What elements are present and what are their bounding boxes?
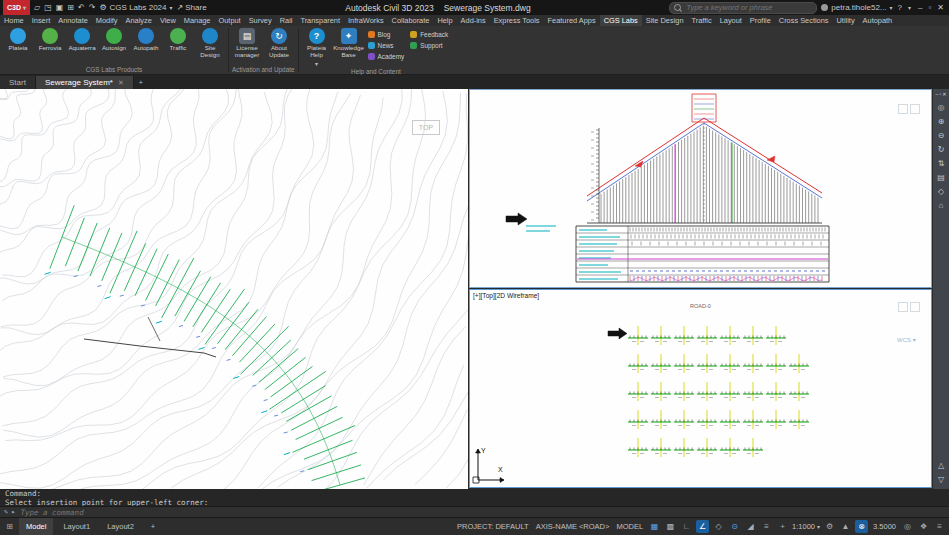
tab-analyze[interactable]: Analyze xyxy=(122,15,156,26)
tab-output[interactable]: Output xyxy=(214,15,244,26)
site-design-button[interactable]: Site Design xyxy=(195,27,225,59)
tab-cgs-labs[interactable]: CGS Labs xyxy=(600,15,642,26)
viewcube-icon[interactable]: ◇ xyxy=(938,185,944,199)
minimize-icon[interactable]: – xyxy=(918,3,922,12)
transparency-icon[interactable]: ⊗ xyxy=(855,520,868,533)
academy-button[interactable]: Academy xyxy=(368,51,405,61)
knowledge-base-button[interactable]: ✦Knowledge Base xyxy=(334,27,364,59)
annotation-visibility-icon[interactable]: ▲ xyxy=(839,520,852,533)
support-button[interactable]: Support xyxy=(410,40,448,50)
aquaterra-button[interactable]: Aquaterra xyxy=(67,27,97,52)
undo-icon[interactable]: ↶ xyxy=(78,3,85,12)
tab-modify[interactable]: Modify xyxy=(92,15,122,26)
app-logo-button[interactable]: C3D▾ xyxy=(3,0,30,15)
wcs-indicator[interactable]: WCS ▾ xyxy=(897,336,916,343)
workspace-gear-icon[interactable]: ⚙ xyxy=(823,520,836,533)
isolate-objects-icon[interactable]: ◎ xyxy=(901,520,914,533)
tab-infraworks[interactable]: InfraWorks xyxy=(344,15,388,26)
share-button[interactable]: ↗ Share xyxy=(177,3,207,12)
tab-rail[interactable]: Rail xyxy=(276,15,297,26)
orbit-icon[interactable]: ↻ xyxy=(938,143,945,157)
file-tab-sewerage-system[interactable]: Sewerage System*✕ xyxy=(36,76,134,89)
scroll-up-icon[interactable]: △ xyxy=(938,459,944,473)
zoom-in-icon[interactable]: ⊕ xyxy=(938,115,945,129)
tab-featured-apps[interactable]: Featured Apps xyxy=(544,15,600,26)
tab-transparent[interactable]: Transparent xyxy=(296,15,344,26)
quick-view-icon[interactable]: ⊞ xyxy=(3,520,16,533)
tab-cross-sections[interactable]: Cross Sections xyxy=(775,15,833,26)
space-status[interactable]: MODEL xyxy=(614,522,645,531)
workspace-selector[interactable]: ⚙ CGS Labs 2024 ▾ xyxy=(99,3,172,12)
grid-icon[interactable]: ▦ xyxy=(648,520,661,533)
open-icon[interactable]: ◳ xyxy=(44,3,52,12)
layout1-tab[interactable]: Layout1 xyxy=(56,518,97,535)
polar-tracking-icon[interactable]: ∠ xyxy=(696,520,709,533)
sheet-set-icon[interactable]: ▤ xyxy=(937,171,945,185)
osnap-icon[interactable]: ⊙ xyxy=(728,520,741,533)
tab-insert[interactable]: Insert xyxy=(28,15,54,26)
viewport-profile[interactable] xyxy=(469,89,932,288)
plateia-button[interactable]: Plateia xyxy=(3,27,33,52)
command-input[interactable] xyxy=(18,507,945,518)
license-manager-button[interactable]: ▤License manager xyxy=(232,27,262,59)
autosign-button[interactable]: Autosign xyxy=(99,27,129,52)
scroll-down-icon[interactable]: ▽ xyxy=(938,473,944,487)
traffic-button[interactable]: Traffic xyxy=(163,27,193,52)
otrack-icon[interactable]: ◢ xyxy=(744,520,757,533)
close-icon[interactable]: ✕ xyxy=(942,91,946,97)
tab-help[interactable]: Help xyxy=(433,15,456,26)
annotation-scale[interactable]: 1:1000▾ xyxy=(792,522,820,531)
tab-survey[interactable]: Survey xyxy=(245,15,276,26)
tab-express-tools[interactable]: Express Tools xyxy=(490,15,544,26)
tab-collaborate[interactable]: Collaborate xyxy=(388,15,434,26)
tab-manage[interactable]: Manage xyxy=(180,15,215,26)
tab-traffic[interactable]: Traffic xyxy=(688,15,716,26)
about-update-button[interactable]: ↻About Update xyxy=(264,27,294,59)
close-icon[interactable]: ✕ xyxy=(937,3,944,12)
minimize-icon[interactable]: – xyxy=(936,91,939,97)
tab-utility[interactable]: Utility xyxy=(833,15,859,26)
axis-name-status[interactable]: AXIS-NAME <ROAD> xyxy=(534,522,612,531)
ferrovia-button[interactable]: Ferrovia xyxy=(35,27,65,52)
tab-home[interactable]: Home xyxy=(0,15,28,26)
home-view-icon[interactable]: ⌂ xyxy=(939,199,944,213)
close-icon[interactable]: ✕ xyxy=(118,79,124,87)
redo-icon[interactable]: ↷ xyxy=(89,3,96,12)
new-drawing-button[interactable]: + xyxy=(134,76,148,89)
project-status[interactable]: PROJECT: DEFAULT xyxy=(455,522,531,531)
tab-annotate[interactable]: Annotate xyxy=(54,15,92,26)
search-input[interactable] xyxy=(684,2,812,13)
tab-profile[interactable]: Profile xyxy=(746,15,775,26)
tab-site-design[interactable]: Site Design xyxy=(642,15,688,26)
customize-icon[interactable]: ✎ xyxy=(4,508,8,516)
viewcube[interactable]: TOP xyxy=(412,120,440,135)
selection-cycling-icon[interactable]: ❖ xyxy=(917,520,930,533)
viewport-controls[interactable]: [+][Top][2D Wireframe] xyxy=(473,292,539,299)
navbar-mini[interactable] xyxy=(910,104,920,114)
ortho-icon[interactable]: ∟ xyxy=(680,520,693,533)
customization-icon[interactable]: ≡ xyxy=(933,520,946,533)
viewport-plan[interactable]: TOP xyxy=(0,89,468,489)
news-button[interactable]: News xyxy=(368,40,405,50)
isodraft-icon[interactable]: ◇ xyxy=(712,520,725,533)
lineweight-icon[interactable]: ≡ xyxy=(760,520,773,533)
tab-layout[interactable]: Layout xyxy=(716,15,746,26)
steering-wheel-icon[interactable]: ◎ xyxy=(938,101,945,115)
autopath-button[interactable]: Autopath xyxy=(131,27,161,52)
zoom-out-icon[interactable]: ⊖ xyxy=(938,129,945,143)
navbar-mini[interactable] xyxy=(910,302,920,312)
snap-icon[interactable]: ▩ xyxy=(664,520,677,533)
viewcube-mini[interactable] xyxy=(898,104,908,114)
model-tab[interactable]: Model xyxy=(19,518,53,535)
tab-autopath[interactable]: Autopath xyxy=(859,15,897,26)
blog-button[interactable]: Blog xyxy=(368,29,405,39)
print-icon[interactable]: ⊞ xyxy=(67,3,74,12)
search-box[interactable] xyxy=(669,2,817,14)
pan-icon[interactable]: ⇅ xyxy=(938,157,945,171)
dynamic-input-icon[interactable]: + xyxy=(776,520,789,533)
viewcube-mini[interactable] xyxy=(898,302,908,312)
restore-icon[interactable]: ▫ xyxy=(928,3,931,12)
layout2-tab[interactable]: Layout2 xyxy=(100,518,141,535)
feedback-button[interactable]: Feedback xyxy=(410,29,448,39)
command-input-row[interactable]: ✎ ▸ xyxy=(0,506,949,517)
